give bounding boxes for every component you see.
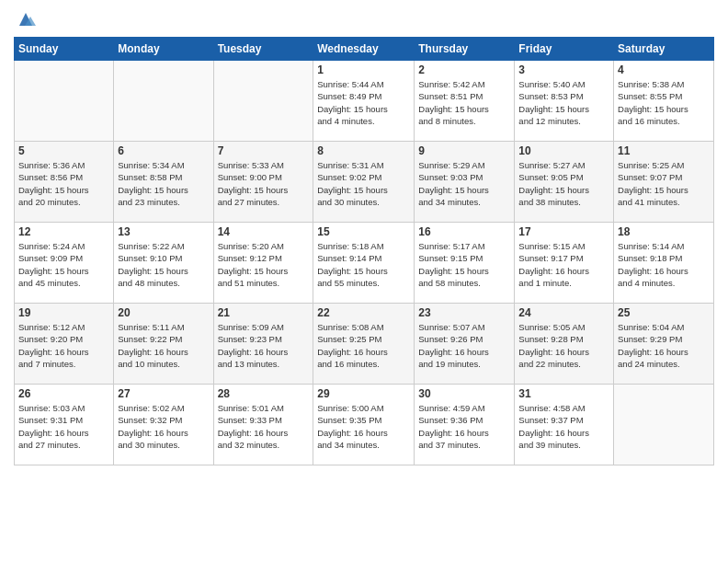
cell-line: Sunrise: 4:59 AM [418, 403, 484, 413]
cell-line: and 1 minute. [518, 278, 572, 288]
cell-line: and 32 minutes. [218, 440, 280, 450]
calendar-week-row: 5Sunrise: 5:36 AMSunset: 8:56 PMDaylight… [15, 142, 714, 223]
calendar-cell: 30Sunrise: 4:59 AMSunset: 9:36 PMDayligh… [415, 385, 515, 465]
cell-line: and 12 minutes. [518, 116, 581, 126]
cell-line: Daylight: 16 hours [218, 347, 289, 357]
day-number: 11 [618, 144, 710, 157]
cell-line: Sunset: 8:53 PM [518, 91, 583, 101]
cell-line: Sunrise: 5:07 AM [418, 322, 484, 332]
cell-line: Sunset: 9:02 PM [317, 172, 381, 182]
cell-line: Sunrise: 5:34 AM [118, 160, 184, 170]
weekday-header: Monday [114, 38, 213, 61]
cell-line: Daylight: 15 hours [218, 185, 289, 195]
cell-line: Daylight: 15 hours [518, 104, 589, 114]
cell-line: Sunrise: 5:20 AM [218, 241, 284, 251]
calendar-week-row: 19Sunrise: 5:12 AMSunset: 9:20 PMDayligh… [15, 304, 714, 385]
cell-line: and 4 minutes. [618, 278, 675, 288]
calendar-cell: 11Sunrise: 5:25 AMSunset: 9:07 PMDayligh… [614, 142, 714, 223]
cell-content: Sunrise: 5:08 AMSunset: 9:25 PMDaylight:… [317, 321, 410, 370]
calendar-cell: 13Sunrise: 5:22 AMSunset: 9:10 PMDayligh… [114, 223, 213, 304]
cell-line: Daylight: 15 hours [118, 185, 188, 195]
calendar-cell: 18Sunrise: 5:14 AMSunset: 9:18 PMDayligh… [614, 223, 714, 304]
day-number: 22 [317, 306, 410, 319]
calendar-cell: 1Sunrise: 5:44 AMSunset: 8:49 PMDaylight… [313, 61, 415, 142]
cell-content: Sunrise: 4:58 AMSunset: 9:37 PMDaylight:… [518, 402, 609, 451]
day-number: 17 [518, 225, 609, 238]
cell-line: Daylight: 16 hours [317, 347, 388, 357]
day-number: 13 [118, 225, 209, 238]
cell-line: Sunset: 8:51 PM [418, 91, 483, 101]
cell-line: Sunrise: 5:33 AM [218, 160, 284, 170]
cell-line: Sunrise: 5:14 AM [618, 241, 684, 251]
calendar-cell: 14Sunrise: 5:20 AMSunset: 9:12 PMDayligh… [213, 223, 313, 304]
day-number: 30 [418, 387, 510, 400]
day-number: 25 [618, 306, 710, 319]
calendar-cell [15, 61, 114, 142]
cell-line: Sunrise: 5:42 AM [418, 79, 484, 89]
cell-line: Sunset: 9:25 PM [317, 334, 381, 344]
header [14, 9, 714, 29]
cell-line: and 30 minutes. [118, 440, 180, 450]
day-number: 1 [317, 63, 410, 76]
calendar-week-row: 12Sunrise: 5:24 AMSunset: 9:09 PMDayligh… [15, 223, 714, 304]
calendar-week-row: 26Sunrise: 5:03 AMSunset: 9:31 PMDayligh… [15, 385, 714, 465]
cell-content: Sunrise: 5:22 AMSunset: 9:10 PMDaylight:… [118, 240, 209, 289]
cell-line: and 10 minutes. [118, 359, 180, 369]
cell-line: Daylight: 16 hours [218, 428, 289, 438]
cell-line: Sunrise: 5:18 AM [317, 241, 383, 251]
cell-line: and 23 minutes. [118, 197, 180, 207]
cell-line: and 38 minutes. [518, 197, 581, 207]
day-number: 14 [218, 225, 310, 238]
cell-line: Daylight: 16 hours [18, 428, 89, 438]
cell-line: and 58 minutes. [418, 278, 481, 288]
cell-line: Sunrise: 5:05 AM [518, 322, 585, 332]
cell-line: Daylight: 15 hours [118, 266, 188, 276]
day-number: 8 [317, 144, 410, 157]
cell-line: Daylight: 15 hours [418, 185, 489, 195]
cell-line: Sunset: 9:36 PM [418, 415, 483, 425]
calendar-cell: 31Sunrise: 4:58 AMSunset: 9:37 PMDayligh… [515, 385, 614, 465]
calendar-cell: 4Sunrise: 5:38 AMSunset: 8:55 PMDaylight… [614, 61, 714, 142]
calendar-cell: 23Sunrise: 5:07 AMSunset: 9:26 PMDayligh… [415, 304, 515, 385]
cell-content: Sunrise: 5:29 AMSunset: 9:03 PMDaylight:… [418, 159, 510, 208]
calendar-cell: 12Sunrise: 5:24 AMSunset: 9:09 PMDayligh… [15, 223, 114, 304]
cell-line: Sunset: 9:37 PM [518, 415, 583, 425]
cell-line: Sunrise: 5:08 AM [317, 322, 383, 332]
cell-line: Sunrise: 5:40 AM [518, 79, 585, 89]
cell-line: and 55 minutes. [317, 278, 380, 288]
calendar-cell [614, 385, 714, 465]
logo [14, 9, 36, 29]
day-number: 16 [418, 225, 510, 238]
cell-line: Sunrise: 5:02 AM [118, 403, 184, 413]
cell-line: Sunrise: 5:24 AM [18, 241, 85, 251]
cell-line: Daylight: 15 hours [317, 266, 388, 276]
weekday-header: Sunday [15, 38, 114, 61]
calendar-cell: 10Sunrise: 5:27 AMSunset: 9:05 PMDayligh… [515, 142, 614, 223]
cell-line: and 48 minutes. [118, 278, 180, 288]
cell-content: Sunrise: 5:25 AMSunset: 9:07 PMDaylight:… [618, 159, 710, 208]
cell-line: Sunset: 9:03 PM [418, 172, 483, 182]
cell-content: Sunrise: 5:33 AMSunset: 9:00 PMDaylight:… [218, 159, 310, 208]
day-number: 12 [18, 225, 109, 238]
weekday-header: Tuesday [213, 38, 313, 61]
cell-line: Sunrise: 5:11 AM [118, 322, 184, 332]
cell-line: Sunset: 8:56 PM [18, 172, 83, 182]
day-number: 6 [118, 144, 209, 157]
day-number: 20 [118, 306, 209, 319]
cell-line: Daylight: 15 hours [18, 185, 89, 195]
cell-line: Sunset: 8:55 PM [618, 91, 682, 101]
cell-line: Daylight: 15 hours [317, 185, 388, 195]
cell-content: Sunrise: 4:59 AMSunset: 9:36 PMDaylight:… [418, 402, 510, 451]
cell-line: Sunrise: 5:36 AM [18, 160, 85, 170]
cell-content: Sunrise: 5:20 AMSunset: 9:12 PMDaylight:… [218, 240, 310, 289]
cell-line: Sunset: 9:14 PM [317, 253, 381, 263]
cell-line: Sunrise: 5:04 AM [618, 322, 684, 332]
calendar-cell [114, 61, 213, 142]
cell-content: Sunrise: 5:34 AMSunset: 8:58 PMDaylight:… [118, 159, 209, 208]
day-number: 18 [618, 225, 710, 238]
cell-line: Sunset: 9:31 PM [18, 415, 83, 425]
cell-line: Daylight: 16 hours [518, 428, 589, 438]
cell-content: Sunrise: 5:07 AMSunset: 9:26 PMDaylight:… [418, 321, 510, 370]
cell-line: Sunset: 9:12 PM [218, 253, 282, 263]
calendar-cell: 9Sunrise: 5:29 AMSunset: 9:03 PMDaylight… [415, 142, 515, 223]
